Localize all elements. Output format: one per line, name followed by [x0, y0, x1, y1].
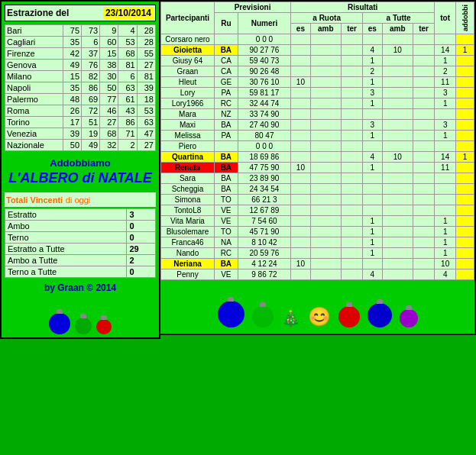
participant-es1 — [291, 195, 310, 205]
albero-natale: NATALE — [98, 170, 151, 186]
participant-amb2 — [382, 237, 413, 248]
totali-header: Totali Vincenti di oggi — [5, 192, 156, 207]
participant-es1: 10 — [291, 259, 310, 269]
participant-nums: 59 40 73 — [238, 56, 290, 66]
participant-amb2 — [382, 120, 413, 131]
participant-tot: 14 — [435, 152, 456, 163]
ruota-name: Firenze — [5, 48, 63, 60]
participant-ter1 — [342, 216, 363, 227]
participant-tot — [435, 173, 456, 184]
participant-amb2 — [382, 173, 413, 184]
participant-es2 — [363, 34, 382, 45]
participant-es1 — [291, 98, 310, 109]
participant-ru: CA — [215, 66, 238, 77]
participant-ter2 — [413, 216, 435, 227]
albero-di: di — [82, 170, 94, 186]
totali-value: 0 — [127, 221, 156, 232]
ornament-red — [96, 319, 112, 334]
participant-ru: GE — [215, 77, 238, 88]
participant-row: Renata BA 47 75 90 10 1 11 — [161, 163, 474, 173]
participant-nums: 90 26 48 — [238, 66, 290, 77]
ruota-row: Firenze 42 37 15 68 55 — [5, 48, 156, 60]
ruota-name: Cagliari — [5, 37, 63, 48]
participant-ter2 — [413, 205, 435, 216]
estrazione-header: Estrazione del 23/10/2014 — [5, 5, 156, 21]
participant-ter2 — [413, 269, 435, 280]
ruota-name: Genova — [5, 60, 63, 71]
participant-amb2 — [382, 184, 413, 195]
totali-label: Ambo a Tutte — [5, 255, 127, 266]
participant-tot: 11 — [435, 77, 456, 88]
participant-ter1 — [342, 98, 363, 109]
participant-amb1 — [310, 109, 341, 120]
left-panel: Estrazione del 23/10/2014 Bari 75 73 9 4… — [0, 0, 160, 339]
participant-ter1 — [342, 56, 363, 66]
participant-tot — [435, 205, 456, 216]
participant-amb1 — [310, 88, 341, 98]
participant-row: Neriana BA 4 12 24 10 10 — [161, 259, 474, 269]
ruota-row: Cagliari 35 6 60 53 28 — [5, 37, 156, 48]
col-previsioni: Previsioni — [215, 2, 291, 13]
participant-addobbi — [456, 109, 474, 120]
participant-ter1 — [342, 131, 363, 141]
participant-ter1 — [342, 269, 363, 280]
totali-row: Terno a Tutte 0 — [5, 266, 156, 278]
participant-ter1 — [342, 184, 363, 195]
col-atutte: a Tutte — [363, 13, 435, 24]
participant-nums: 32 44 74 — [238, 98, 290, 109]
participant-ter1 — [342, 34, 363, 45]
participant-amb2 — [382, 227, 413, 237]
participant-row: Corsaro nero 0 0 0 — [161, 34, 474, 45]
participant-ter1 — [342, 227, 363, 237]
participant-ru: TO — [215, 195, 238, 205]
participant-ter2 — [413, 45, 435, 56]
participant-addobbi — [456, 216, 474, 227]
participant-ter2 — [413, 109, 435, 120]
albero-title: L'ALBERO di NATALE — [5, 170, 156, 186]
participant-es1 — [291, 173, 310, 184]
participant-addobbi — [456, 259, 474, 269]
participant-nums: 59 81 17 — [238, 88, 290, 98]
participant-ter2 — [413, 56, 435, 66]
participant-es1 — [291, 269, 310, 280]
participant-ru: BA — [215, 120, 238, 131]
participant-ter1 — [342, 195, 363, 205]
participant-name: Piero — [161, 141, 215, 152]
participant-nums: 30 76 10 — [238, 77, 290, 88]
participant-row: Scheggia BA 24 34 54 — [161, 184, 474, 195]
participant-tot: 3 — [435, 120, 456, 131]
participant-es1 — [291, 237, 310, 248]
participant-es2 — [363, 259, 382, 269]
totali-subheader: di oggi — [66, 195, 90, 205]
participant-es2 — [363, 184, 382, 195]
sub-amb2: amb — [382, 24, 413, 34]
participant-row: Vita Maria VE 7 54 60 1 1 — [161, 216, 474, 227]
participant-es1 — [291, 216, 310, 227]
participant-es1 — [291, 227, 310, 237]
ruota-row: Genova 49 76 38 81 27 — [5, 60, 156, 71]
ruote-table: Bari 75 73 9 4 28Cagliari 35 6 60 53 28F… — [5, 24, 156, 151]
participant-es1 — [291, 152, 310, 163]
participant-amb2: 10 — [382, 45, 413, 56]
ruota-row: Nazionale 50 49 32 2 27 — [5, 140, 156, 151]
participant-nums: 27 40 90 — [238, 120, 290, 131]
participant-row: Franca46 NA 8 10 42 1 1 — [161, 237, 474, 248]
participant-es1 — [291, 120, 310, 131]
participant-nums: 0 0 0 — [238, 141, 290, 152]
participant-ter2 — [413, 152, 435, 163]
participant-es2: 1 — [363, 98, 382, 109]
participant-amb1 — [310, 45, 341, 56]
totali-value: 3 — [127, 209, 156, 221]
estrazione-label: Estrazione del — [7, 8, 69, 18]
participant-tot — [435, 141, 456, 152]
participant-nums: 4 12 24 — [238, 259, 290, 269]
participant-es1 — [291, 131, 310, 141]
participant-ru: TO — [215, 227, 238, 237]
participant-tot: 1 — [435, 216, 456, 227]
participant-name: Melissa — [161, 131, 215, 141]
participant-es2 — [363, 173, 382, 184]
participant-amb1 — [310, 248, 341, 259]
participant-ter2 — [413, 66, 435, 77]
ruota-name: Napoli — [5, 82, 63, 94]
participant-es2: 2 — [363, 66, 382, 77]
